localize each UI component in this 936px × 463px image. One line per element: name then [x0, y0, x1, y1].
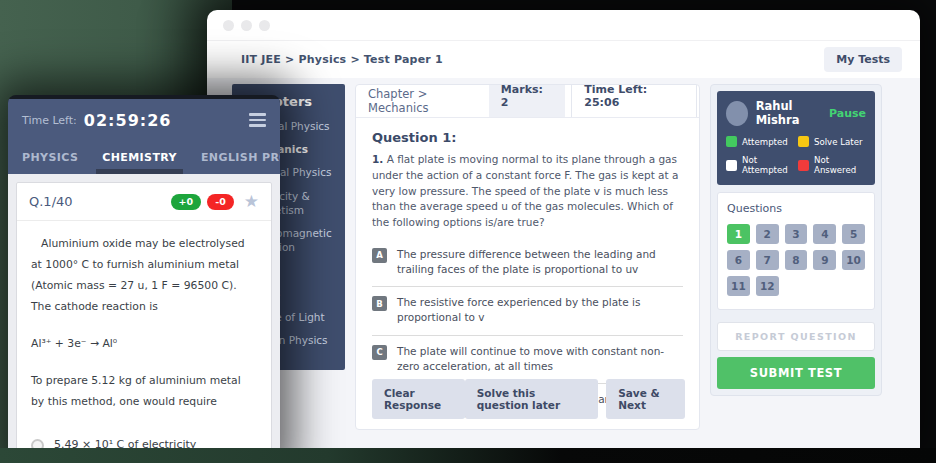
- report-question-button[interactable]: REPORT QUESTION: [717, 322, 875, 351]
- mobile-app-window: Time Left: 02:59:26 PHYSICS CHEMISTRY EN…: [8, 95, 280, 463]
- question-tile-2[interactable]: 2: [756, 224, 779, 244]
- my-tests-button[interactable]: My Tests: [824, 47, 902, 72]
- window-control-dot[interactable]: [223, 20, 234, 31]
- breadcrumb[interactable]: IIT JEE > Physics > Test Paper 1: [241, 53, 443, 66]
- mobile-question-card: Q.1/40 +0 -0 ★ Aluminium oxide may be el…: [16, 182, 272, 463]
- legend-not-answered: Not Answered: [798, 155, 866, 175]
- legend-attempted: Attempted: [726, 136, 794, 147]
- submit-test-button[interactable]: SUBMIT TEST: [717, 357, 875, 389]
- question-tile-7[interactable]: 7: [756, 250, 779, 270]
- divider: [372, 335, 683, 336]
- bookmark-star-icon[interactable]: ★: [244, 193, 259, 210]
- desktop-content: Chapters General Physics Mechanics Therm…: [207, 78, 920, 448]
- user-card: Rahul Mishra Pause Attempted Solve Later: [717, 91, 875, 185]
- question-title: Question 1:: [372, 130, 683, 145]
- mobile-question-text: Aluminium oxide may be electrolysed at 1…: [31, 233, 257, 317]
- status-legend: Attempted Solve Later Not Attempted: [726, 136, 866, 175]
- negative-marks-pill: -0: [207, 194, 234, 210]
- question-text: 1. A flat plate is moving normal to its …: [372, 152, 683, 231]
- mobile-question-body: Aluminium oxide may be electrolysed at 1…: [17, 221, 271, 463]
- question-actions: Clear Response Solve this question later…: [372, 379, 685, 419]
- chapter-breadcrumb: Chapter > Mechanics: [368, 87, 489, 115]
- window-control-dot[interactable]: [259, 20, 270, 31]
- subject-tabs: PHYSICS CHEMISTRY ENGLISH PROFICIENCY: [8, 141, 280, 174]
- question-card: Chapter > Mechanics Marks: 2 Time Left: …: [355, 84, 700, 430]
- cathode-equation: Al³⁺ + 3e⁻ → Al⁰: [31, 333, 257, 354]
- option-c-badge: C: [372, 345, 387, 360]
- window-control-dot[interactable]: [241, 20, 252, 31]
- question-tile-1[interactable]: 1: [727, 224, 750, 244]
- hamburger-menu-icon[interactable]: [249, 110, 266, 130]
- question-tile-5[interactable]: 5: [842, 224, 865, 244]
- tab-english-proficiency[interactable]: ENGLISH PROFICIENCY: [201, 141, 280, 174]
- question-card-header: Chapter > Mechanics Marks: 2 Time Left: …: [356, 85, 699, 118]
- option-b-badge: B: [372, 296, 387, 311]
- bottom-shadow-band: [0, 448, 936, 463]
- test-panel: Rahul Mishra Pause Attempted Solve Later: [710, 84, 882, 396]
- window-titlebar: [207, 10, 920, 41]
- time-left-value: 02:59:26: [84, 111, 172, 130]
- option-b[interactable]: B The resistive force experienced by the…: [372, 289, 683, 327]
- question-palette: Questions 1 2 3 4 5 6 7 8 9 10 11 12: [717, 192, 875, 310]
- questions-title: Questions: [727, 202, 865, 215]
- option-c[interactable]: C The plate will continue to move with c…: [372, 338, 683, 376]
- mobile-question-meta: Q.1/40 +0 -0 ★: [17, 183, 271, 220]
- question-tile-4[interactable]: 4: [813, 224, 836, 244]
- mobile-question-text-2: To prepare 5.12 kg of aluminium metal by…: [31, 370, 257, 412]
- attempted-swatch: [726, 136, 737, 147]
- legend-not-attempted: Not Attempted: [726, 155, 794, 175]
- tab-chemistry[interactable]: CHEMISTRY: [102, 141, 177, 174]
- marks-badge: Marks: 2: [489, 84, 565, 117]
- user-name: Rahul Mishra: [756, 99, 829, 127]
- mobile-header: Time Left: 02:59:26: [8, 99, 280, 141]
- question-number-grid: 1 2 3 4 5 6 7 8 9 10 11 12: [727, 224, 865, 296]
- solve-later-swatch: [798, 136, 809, 147]
- time-left-badge: Time Left: 25:06: [571, 84, 697, 117]
- legend-solve-later: Solve Later: [798, 136, 866, 147]
- breadcrumb-bar: IIT JEE > Physics > Test Paper 1 My Test…: [207, 41, 920, 79]
- question-tile-10[interactable]: 10: [842, 250, 865, 270]
- time-left-label: Time Left:: [22, 114, 77, 127]
- option-a[interactable]: A The pressure difference between the le…: [372, 241, 683, 279]
- avatar: [726, 101, 748, 126]
- tab-physics[interactable]: PHYSICS: [22, 141, 78, 174]
- desktop-window: IIT JEE > Physics > Test Paper 1 My Test…: [207, 10, 920, 448]
- not-attempted-swatch: [726, 160, 737, 171]
- divider: [372, 286, 683, 287]
- not-answered-swatch: [798, 160, 809, 171]
- question-tile-8[interactable]: 8: [785, 250, 808, 270]
- question-tile-3[interactable]: 3: [785, 224, 808, 244]
- save-next-button[interactable]: Save & Next: [606, 379, 685, 419]
- mobile-content: Q.1/40 +0 -0 ★ Aluminium oxide may be el…: [8, 174, 280, 463]
- question-tile-6[interactable]: 6: [727, 250, 750, 270]
- clear-response-button[interactable]: Clear Response: [372, 379, 465, 419]
- positive-marks-pill: +0: [171, 194, 202, 210]
- pause-button[interactable]: Pause: [829, 107, 866, 120]
- question-tile-11[interactable]: 11: [727, 276, 750, 296]
- question-counter: Q.1/40: [29, 194, 73, 209]
- question-tile-9[interactable]: 9: [813, 250, 836, 270]
- question-tile-12[interactable]: 12: [756, 276, 779, 296]
- question-number: 1.: [372, 153, 383, 165]
- marketing-composite: IIT JEE > Physics > Test Paper 1 My Test…: [0, 0, 936, 463]
- solve-later-button[interactable]: Solve this question later: [465, 379, 598, 419]
- option-a-badge: A: [372, 248, 387, 263]
